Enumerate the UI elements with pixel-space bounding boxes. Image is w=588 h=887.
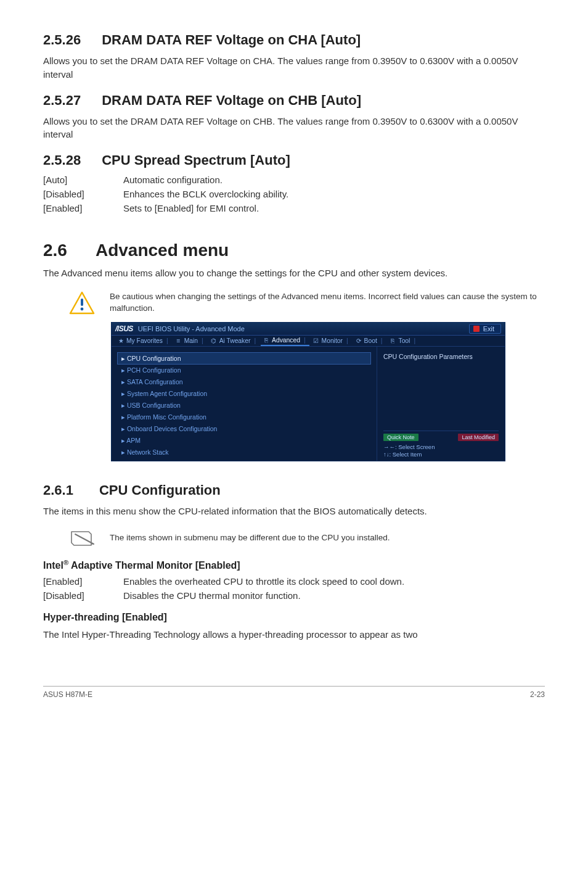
- def-key: [Disabled]: [43, 189, 123, 199]
- def-row: [Disabled] Disables the CPU thermal moni…: [43, 590, 545, 601]
- menu-system-agent-configuration[interactable]: ▸ System Agent Configuration: [118, 388, 370, 399]
- exit-label: Exit: [483, 325, 494, 332]
- bios-help-title: CPU Configuration Parameters: [383, 353, 499, 360]
- def-list-intel: [Enabled] Enables the overheated CPU to …: [43, 576, 545, 601]
- heading-text: CPU Spread Spectrum [Auto]: [102, 152, 290, 168]
- menu-pch-configuration[interactable]: ▸ PCH Configuration: [118, 365, 370, 376]
- menu-cpu-configuration[interactable]: ▸ CPU Configuration: [118, 353, 370, 364]
- bios-key-hints: →←: Select Screen ↑↓: Select Item: [383, 444, 499, 458]
- svg-point-2: [81, 307, 84, 310]
- def-value: Automatic configuration.: [123, 175, 545, 185]
- bios-mode: UEFI BIOS Utility - Advanced Mode: [138, 325, 245, 332]
- subhead-hyper-threading: Hyper-threading [Enabled]: [43, 612, 545, 623]
- def-value: Disables the CPU thermal monitor functio…: [123, 590, 545, 601]
- tab-advanced[interactable]: ⎘ Advanced|: [261, 336, 309, 346]
- def-row: [Enabled] Enables the overheated CPU to …: [43, 576, 545, 587]
- heading-2-5-27: 2.5.27 DRAM DATA REF Voltage on CHB [Aut…: [43, 93, 545, 109]
- menu-apm[interactable]: ▸ APM: [118, 435, 370, 446]
- bios-exit-button[interactable]: Exit: [469, 324, 501, 334]
- hint-line: →←: Select Screen: [383, 444, 499, 451]
- heading-text: DRAM DATA REF Voltage on CHB [Auto]: [102, 93, 361, 109]
- tab-label: Main: [184, 337, 198, 344]
- def-row: [Enabled] Sets to [Enabled] for EMI cont…: [43, 203, 545, 213]
- body-2-5-27: Allows you to set the DRAM DATA REF Volt…: [43, 115, 545, 142]
- tab-boot[interactable]: ⟳ Boot|: [353, 336, 386, 345]
- menu-icon: ≡: [176, 337, 182, 344]
- heading-2-6: 2.6 Advanced menu: [43, 241, 545, 260]
- warning-text: Be cautious when changing the settings o…: [110, 291, 545, 315]
- menu-platform-misc-configuration[interactable]: ▸ Platform Misc Configuration: [118, 411, 370, 423]
- tab-main[interactable]: ≡ Main|: [173, 336, 207, 345]
- heading-2-6-1: 2.6.1 CPU Configuration: [43, 482, 545, 498]
- hint-line: ↑↓: Select Item: [383, 451, 499, 458]
- subhead-intel-adaptive: Intel® Adaptive Thermal Monitor [Enabled…: [43, 559, 545, 571]
- heading-number: 2.5.26: [43, 32, 81, 48]
- bios-screenshot: /ISUS UEFI BIOS Utility - Advanced Mode …: [111, 322, 505, 461]
- def-key: [Auto]: [43, 175, 123, 185]
- tab-ai-tweaker[interactable]: ⌬ Ai Tweaker|: [208, 336, 259, 345]
- tab-monitor[interactable]: ☑ Monitor|: [311, 336, 352, 345]
- def-list-2-5-28: [Auto] Automatic configuration. [Disable…: [43, 175, 545, 213]
- bios-badges: Quick Note Last Modified: [383, 431, 499, 441]
- heading-number: 2.6: [43, 241, 67, 260]
- note-callout: The items shown in submenu may be differ…: [69, 529, 545, 548]
- heading-text: DRAM DATA REF Voltage on CHA [Auto]: [102, 32, 361, 48]
- advanced-icon: ⎘: [263, 337, 269, 344]
- bios-help-panel: CPU Configuration Parameters Quick Note …: [377, 347, 505, 461]
- tab-label: Boot: [364, 337, 377, 344]
- svg-rect-1: [81, 299, 83, 306]
- heading-number: 2.5.27: [43, 93, 81, 109]
- badge-quick-note[interactable]: Quick Note: [383, 434, 419, 441]
- def-row: [Auto] Automatic configuration.: [43, 175, 545, 185]
- warning-icon: [69, 291, 95, 315]
- bios-titlebar: /ISUS UEFI BIOS Utility - Advanced Mode …: [112, 323, 505, 336]
- footer-model: ASUS H87M-E: [43, 690, 92, 699]
- registered-icon: ®: [63, 559, 68, 566]
- note-icon: [69, 529, 95, 548]
- body-hyper-threading: The Intel Hyper-Threading Technology all…: [43, 628, 545, 642]
- heading-number: 2.5.28: [43, 152, 81, 168]
- def-value: Enables the overheated CPU to throttle i…: [123, 576, 545, 587]
- tab-label: Tool: [398, 337, 410, 344]
- heading-number: 2.6.1: [43, 482, 73, 498]
- subhead-prefix: Intel: [43, 560, 63, 571]
- bios-brand: /ISUS UEFI BIOS Utility - Advanced Mode: [115, 324, 245, 333]
- boot-icon: ⟳: [356, 337, 362, 344]
- heading-2-5-28: 2.5.28 CPU Spread Spectrum [Auto]: [43, 152, 545, 168]
- heading-text: Advanced menu: [96, 241, 229, 260]
- def-value: Sets to [Enabled] for EMI control.: [123, 203, 545, 213]
- menu-sata-configuration[interactable]: ▸ SATA Configuration: [118, 376, 370, 387]
- tool-icon: ⎘: [390, 337, 396, 344]
- body-2-6: The Advanced menu items allow you to cha…: [43, 266, 545, 280]
- menu-onboard-devices-configuration[interactable]: ▸ Onboard Devices Configuration: [118, 423, 370, 434]
- warning-callout: Be cautious when changing the settings o…: [69, 291, 545, 315]
- tweaker-icon: ⌬: [211, 337, 217, 344]
- tab-label: Advanced: [272, 337, 300, 344]
- bios-tabs: ★ My Favorites| ≡ Main| ⌬ Ai Tweaker| ⎘ …: [112, 336, 505, 347]
- def-row: [Disabled] Enhances the BCLK overclockin…: [43, 189, 545, 199]
- menu-network-stack[interactable]: ▸ Network Stack: [118, 447, 370, 458]
- bios-logo: /ISUS: [115, 324, 133, 333]
- note-text: The items shown in submenu may be differ…: [110, 532, 390, 544]
- def-key: [Enabled]: [43, 576, 123, 587]
- menu-usb-configuration[interactable]: ▸ USB Configuration: [118, 400, 370, 411]
- monitor-icon: ☑: [313, 337, 319, 344]
- star-icon: ★: [118, 337, 124, 344]
- tab-my-favorites[interactable]: ★ My Favorites|: [115, 336, 172, 345]
- def-key: [Disabled]: [43, 590, 123, 601]
- body-2-6-1: The items in this menu show the CPU-rela…: [43, 505, 545, 518]
- tab-label: Monitor: [322, 337, 343, 344]
- exit-icon: [473, 326, 480, 332]
- heading-text: CPU Configuration: [99, 482, 221, 498]
- heading-2-5-26: 2.5.26 DRAM DATA REF Voltage on CHA [Aut…: [43, 32, 545, 48]
- body-2-5-26: Allows you to set the DRAM DATA REF Volt…: [43, 54, 545, 81]
- bios-body: ▸ CPU Configuration ▸ PCH Configuration …: [112, 347, 505, 461]
- page-footer: ASUS H87M-E 2-23: [43, 686, 545, 699]
- tab-tool[interactable]: ⎘ Tool|: [387, 336, 419, 345]
- bios-menu-list: ▸ CPU Configuration ▸ PCH Configuration …: [112, 347, 377, 461]
- subhead-rest: Adaptive Thermal Monitor [Enabled]: [68, 560, 240, 571]
- tab-label: Ai Tweaker: [219, 337, 251, 344]
- def-value: Enhances the BCLK overclocking ability.: [123, 189, 545, 199]
- footer-page-number: 2-23: [530, 690, 545, 699]
- badge-last-modified[interactable]: Last Modified: [458, 434, 499, 441]
